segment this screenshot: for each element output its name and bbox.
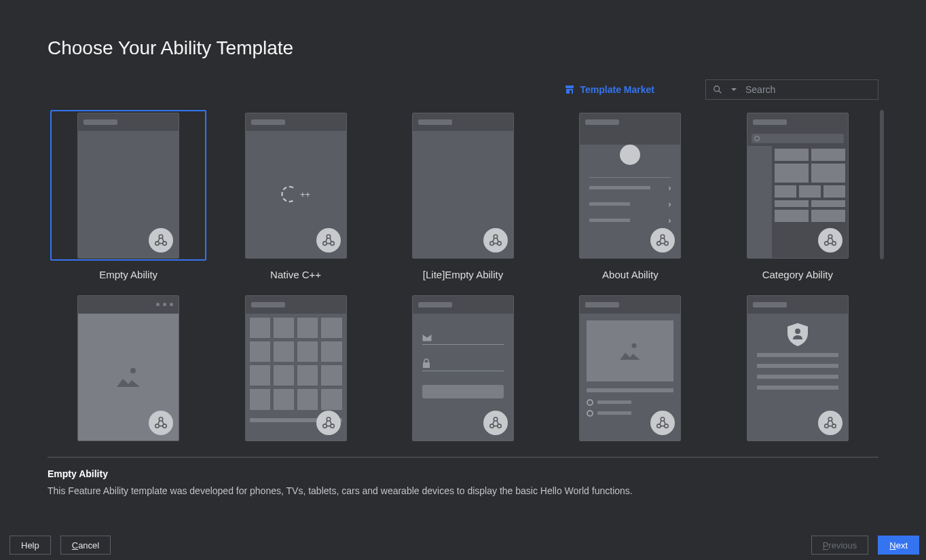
chevron-down-icon[interactable] [730, 86, 737, 93]
footer: Help Cancel Previous Next [0, 530, 926, 560]
template-lite-empty-ability[interactable]: [Lite]Empty Ability [382, 110, 544, 280]
help-button[interactable]: Help [10, 536, 51, 555]
svg-point-12 [657, 241, 661, 245]
selected-template-title: Empty Ability [48, 468, 878, 479]
svg-point-16 [832, 241, 836, 245]
svg-point-4 [163, 241, 167, 245]
svg-point-31 [665, 424, 669, 428]
svg-point-0 [714, 86, 720, 92]
selected-template-description: This Feature Ability template was develo… [48, 485, 878, 498]
template-item[interactable] [48, 293, 209, 443]
image-icon [620, 342, 640, 360]
svg-point-20 [163, 424, 167, 428]
svg-point-3 [155, 241, 160, 245]
template-item[interactable] [717, 293, 878, 443]
template-native-cpp[interactable]: ++ Native C++ [215, 110, 376, 280]
harmony-icon [483, 411, 508, 435]
search-box[interactable] [705, 79, 878, 100]
page-title: Choose Your Ability Template [0, 0, 926, 59]
harmony-icon [149, 411, 173, 435]
template-about-ability[interactable]: › › › About Ability [549, 110, 711, 280]
harmony-icon [818, 228, 842, 253]
svg-point-26 [490, 424, 494, 428]
previous-button: Previous [811, 536, 869, 555]
template-label: [Lite]Empty Ability [423, 269, 503, 280]
svg-line-1 [719, 91, 722, 94]
svg-point-10 [498, 241, 502, 245]
search-input[interactable] [745, 84, 871, 95]
harmony-icon [316, 411, 341, 435]
image-icon [117, 367, 140, 387]
svg-point-15 [825, 241, 829, 245]
svg-point-28 [632, 343, 637, 348]
harmony-icon [650, 411, 675, 435]
cancel-button[interactable]: Cancel [60, 536, 111, 555]
harmony-icon [483, 228, 508, 253]
template-item[interactable] [382, 293, 544, 443]
template-item[interactable] [215, 293, 376, 443]
store-icon [564, 84, 575, 95]
svg-point-23 [330, 424, 334, 428]
template-category-ability[interactable]: Category Ability [717, 110, 878, 280]
svg-point-19 [155, 424, 160, 428]
template-label: Empty Ability [99, 269, 158, 280]
next-button[interactable]: Next [878, 536, 919, 555]
harmony-icon [149, 228, 173, 253]
scrollbar[interactable] [880, 110, 884, 259]
shield-user-icon [788, 323, 808, 346]
search-icon [713, 85, 722, 94]
svg-point-13 [665, 241, 669, 245]
template-label: About Ability [602, 269, 659, 280]
svg-point-7 [330, 241, 334, 245]
svg-point-17 [130, 368, 136, 373]
template-item[interactable] [549, 293, 711, 443]
harmony-icon [316, 228, 341, 253]
template-market-link[interactable]: Template Market [564, 84, 654, 95]
lock-icon [422, 358, 430, 368]
template-market-label: Template Market [580, 84, 654, 95]
template-grid: Empty Ability ++ Native C++ [Lite]Empty … [48, 110, 878, 443]
svg-point-6 [322, 241, 327, 245]
description-block: Empty Ability This Feature Ability templ… [0, 458, 926, 498]
svg-point-32 [795, 329, 800, 334]
svg-point-30 [657, 424, 661, 428]
svg-point-34 [825, 424, 829, 428]
toolbar-row: Template Market [0, 59, 926, 100]
template-empty-ability[interactable]: Empty Ability [48, 110, 209, 280]
template-label: Category Ability [762, 269, 833, 280]
harmony-icon [650, 228, 675, 253]
harmony-icon [818, 411, 842, 435]
template-label: Native C++ [270, 269, 321, 280]
svg-point-27 [498, 424, 502, 428]
mail-icon [422, 334, 432, 341]
svg-point-9 [490, 241, 494, 245]
svg-point-35 [832, 424, 836, 428]
svg-point-22 [322, 424, 327, 428]
svg-rect-24 [423, 362, 430, 368]
